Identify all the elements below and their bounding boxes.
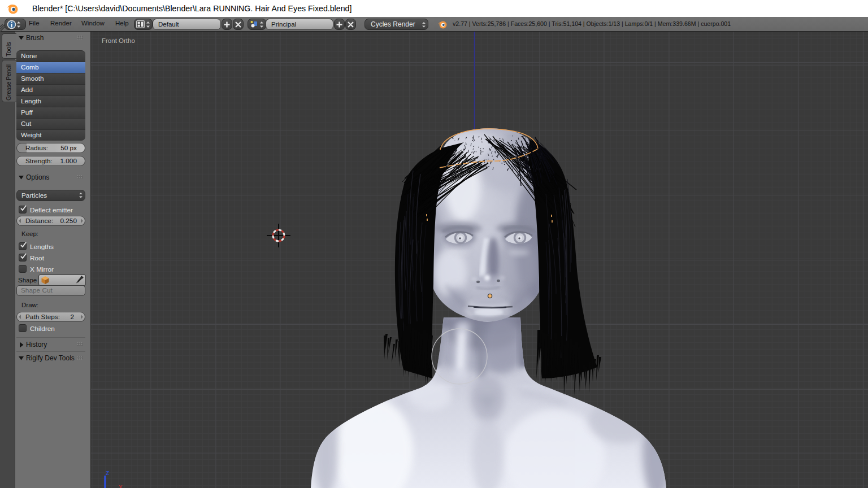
svg-text:x: x (119, 482, 123, 488)
svg-text:z: z (106, 468, 110, 477)
